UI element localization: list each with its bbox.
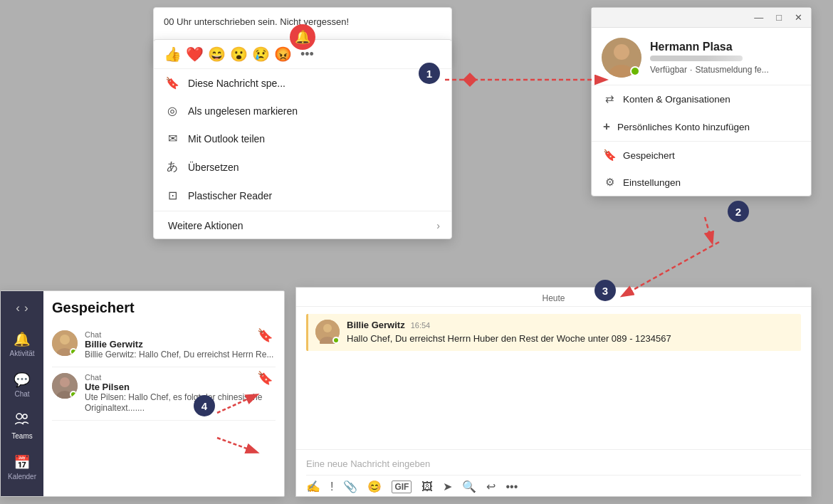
saved-preview-2: Ute Pilsen: Hallo Chef, es folgt der chi… (85, 392, 276, 414)
saved-panel: Gespeichert Chat Billie Gerwitz Billie G… (43, 291, 284, 496)
saved-title: Gespeichert (52, 300, 276, 316)
emoji-angry[interactable]: 😡 (274, 46, 292, 63)
context-menu-outlook[interactable]: ✉ Mit Outlook teilen (154, 125, 451, 152)
chat-toolbar: ✍ ! 📎 😊 GIF 🖼 ➤ 🔍 ↩ ••• (306, 480, 801, 493)
forward-icon[interactable]: › (24, 301, 28, 315)
profile-menu-settings[interactable]: ⚙ Einstellungen (592, 169, 811, 196)
profile-name: Hermann Plasa (650, 41, 801, 53)
step-4: 4 (194, 395, 215, 416)
emoji-thumbsup[interactable]: 👍 (164, 46, 182, 63)
profile-settings-label: Einstellungen (623, 177, 681, 188)
profile-menu-accounts[interactable]: ⇄ Konten & Organisationen (592, 85, 811, 112)
context-translate-label: Übersetzen (188, 162, 239, 173)
chat-panel: Heute Billie Gerwitz 16:54 Hallo Chef, D… (295, 287, 812, 497)
sidebar-item-chat[interactable]: 💬 Chat (1, 366, 43, 404)
saved-name-2: Ute Pilsen (85, 382, 276, 392)
chat-icon: 💬 (14, 372, 31, 388)
emoji-smile[interactable]: 😄 (208, 46, 226, 63)
activity-icon: 🔔 (14, 331, 31, 347)
svg-point-14 (60, 377, 70, 387)
saved-content-2: Chat Ute Pilsen Ute Pilsen: Hallo Chef, … (85, 373, 276, 414)
calendar-label: Kalender (8, 473, 36, 481)
saved-type-1: Chat (85, 330, 276, 339)
translate-icon: あ (165, 159, 179, 174)
search-icon[interactable]: 🔍 (462, 480, 476, 493)
profile-add-account-label: Persönliches Konto hinzufügen (617, 122, 750, 132)
sidebar-saved-panel: ‹ › 🔔 Aktivität 💬 Chat Teams 📅 Ka (0, 290, 285, 497)
calendar-icon: 📅 (14, 454, 31, 471)
saved-preview-1: Billie Gerwitz: Hallo Chef, Du erreichst… (85, 350, 276, 361)
emoji-heart[interactable]: ❤️ (186, 46, 204, 63)
emoji-sad[interactable]: 😢 (252, 46, 270, 63)
chat-sender-name: Billie Gerwitz (347, 320, 405, 330)
chat-msg-status-dot (332, 337, 340, 344)
chat-input-area: Eine neue Nachricht eingeben ✍ ! 📎 😊 GIF… (296, 449, 811, 496)
chat-message-time: 16:54 (411, 321, 431, 330)
sidebar-item-calendar[interactable]: 📅 Kalender (1, 448, 43, 486)
close-button[interactable]: ✕ (792, 11, 805, 24)
chat-message-text: Hallo Chef, Du erreichst Herrn Huber den… (347, 332, 794, 345)
profile-menu-add-account[interactable]: + Persönliches Konto hinzufügen (592, 112, 811, 141)
more-options-icon[interactable]: ••• (505, 481, 518, 493)
profile-status-indicator (630, 66, 640, 76)
attach-icon[interactable]: 📎 (343, 480, 357, 493)
context-menu-unread[interactable]: ◎ Als ungelesen markieren (154, 97, 451, 125)
back-icon[interactable]: ‹ (16, 301, 20, 315)
profile-info: Hermann Plasa Verfügbar · Statusmeldung … (650, 41, 801, 75)
context-outlook-label: Mit Outlook teilen (188, 133, 265, 145)
step-1: 1 (419, 63, 440, 84)
settings-gear-icon: ⚙ (603, 176, 616, 189)
context-divider (154, 211, 451, 211)
profile-saved-label: Gespeichert (623, 150, 675, 161)
emoji-wow[interactable]: 😮 (230, 46, 248, 63)
profile-status-dot-text: · (690, 65, 692, 75)
important-icon[interactable]: ! (330, 481, 333, 493)
chevron-right-icon: › (436, 220, 440, 231)
sidebar-nav-top: ‹ › (16, 298, 28, 322)
chat-label: Chat (14, 390, 29, 398)
minimize-button[interactable]: — (751, 11, 766, 24)
profile-available-label: Verfügbar (650, 65, 687, 75)
profile-status-row: Verfügbar · Statusmeldung fe... (650, 65, 801, 75)
reader-icon: ⊡ (165, 189, 179, 202)
context-reader-label: Plastischer Reader (188, 190, 272, 201)
step-3: 3 (594, 280, 616, 301)
saved-type-2: Chat (85, 373, 276, 382)
svg-point-17 (323, 324, 332, 332)
saved-item-1[interactable]: Chat Billie Gerwitz Billie Gerwitz: Hall… (52, 325, 276, 367)
send-icon[interactable]: ➤ (443, 480, 452, 493)
profile-avatar-wrap (602, 38, 641, 78)
sidebar-item-activity[interactable]: 🔔 Aktivität (1, 325, 43, 363)
context-unread-label: Als ungelesen markieren (188, 105, 298, 117)
loop-icon[interactable]: ↩ (486, 480, 496, 493)
sticker-icon[interactable]: 🖼 (421, 481, 433, 493)
saved-name-1: Billie Gerwitz (85, 339, 276, 350)
bookmark-icon-2: 🔖 (257, 370, 273, 386)
diamond-shape (463, 73, 477, 87)
svg-point-11 (60, 335, 70, 345)
saved-item-2[interactable]: Chat Ute Pilsen Ute Pilsen: Hallo Chef, … (52, 367, 276, 421)
context-menu-translate[interactable]: あ Übersetzen (154, 152, 451, 182)
maximize-button[interactable]: □ (773, 11, 785, 24)
emoji-picker-icon[interactable]: 😊 (367, 480, 382, 493)
outlook-icon: ✉ (165, 132, 179, 145)
svg-point-6 (614, 44, 629, 60)
context-more-label: Weitere Aktionen (165, 220, 243, 231)
profile-menu-saved[interactable]: 🔖 Gespeichert (592, 142, 811, 169)
context-menu-save[interactable]: 🔖 Diese Nachricht spe... (154, 69, 451, 97)
profile-titlebar: — □ ✕ (592, 8, 811, 28)
svg-line-1 (705, 217, 712, 242)
saved-status-1 (70, 348, 77, 355)
profile-card: — □ ✕ Hermann Plasa Verfügbar · Statusme… (591, 7, 812, 196)
chat-input-placeholder[interactable]: Eine neue Nachricht eingeben (306, 456, 801, 476)
sidebar-item-teams[interactable]: Teams (1, 406, 43, 446)
chat-msg-header: Billie Gerwitz 16:54 (347, 320, 794, 330)
context-menu-reader[interactable]: ⊡ Plastischer Reader (154, 182, 451, 209)
svg-point-8 (16, 414, 22, 419)
gif-icon[interactable]: GIF (392, 481, 412, 493)
saved-status-2 (70, 391, 77, 398)
format-icon[interactable]: ✍ (306, 480, 320, 493)
teams-icon (15, 412, 29, 430)
context-menu-more-actions[interactable]: Weitere Aktionen › (154, 213, 451, 238)
teams-label: Teams (11, 432, 32, 440)
